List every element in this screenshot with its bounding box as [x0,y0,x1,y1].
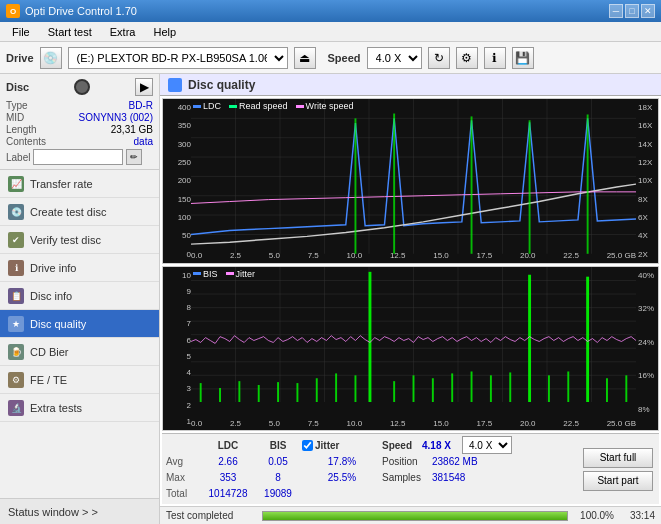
test-status: Test completed [166,510,256,521]
legend-read-speed: Read speed [239,101,288,111]
progress-area: Test completed 100.0% 33:14 [160,506,661,524]
legend-ldc: LDC [203,101,221,111]
extra-tests-label: Extra tests [30,402,82,414]
length-val: 23,31 GB [111,124,153,135]
sidebar-item-disc-info[interactable]: 📋 Disc info [0,282,159,310]
menu-extra[interactable]: Extra [102,24,144,40]
drive-icon-btn[interactable]: 💿 [40,47,62,69]
position-label: Position [382,456,432,467]
progress-bar-bg [262,511,568,521]
sidebar-item-verify-test[interactable]: ✔ Verify test disc [0,226,159,254]
sidebar-item-cd-bier[interactable]: 🍺 CD Bier [0,338,159,366]
sidebar-item-drive-info[interactable]: ℹ Drive info [0,254,159,282]
menu-file[interactable]: File [4,24,38,40]
sidebar: Disc ▶ Type BD-R MID SONYNN3 (002) Lengt… [0,74,160,524]
speed-header: Speed [382,440,422,451]
sidebar-item-extra-tests[interactable]: 🔬 Extra tests [0,394,159,422]
disc-quality-label: Disc quality [30,318,86,330]
dq-title: Disc quality [188,78,255,92]
disc-info-label: Disc info [30,290,72,302]
samples-val: 381548 [432,472,465,483]
chart1-legend: LDC Read speed Write speed [193,101,353,111]
dq-icon [168,78,182,92]
settings-button[interactable]: ⚙ [456,47,478,69]
max-ldc: 353 [202,472,254,483]
sidebar-item-create-test[interactable]: 💿 Create test disc [0,198,159,226]
maximize-button[interactable]: □ [625,4,639,18]
contents-val: data [134,136,153,147]
chart1-y-left: 400 350 300 250 200 150 100 50 0 [163,99,191,263]
speed-sel[interactable]: 4.0 X [462,436,512,454]
avg-bis: 0.05 [254,456,302,467]
close-button[interactable]: ✕ [641,4,655,18]
disc-quality-header: Disc quality [160,74,661,96]
create-test-label: Create test disc [30,206,106,218]
sidebar-item-disc-quality[interactable]: ★ Disc quality [0,310,159,338]
disc-info-table: Type BD-R MID SONYNN3 (002) Length 23,31… [6,100,153,165]
titlebar: O Opti Drive Control 1.70 ─ □ ✕ [0,0,661,22]
menu-start-test[interactable]: Start test [40,24,100,40]
disc-icon [74,79,90,95]
disc-panel: Disc ▶ Type BD-R MID SONYNN3 (002) Lengt… [0,74,159,170]
menu-help[interactable]: Help [145,24,184,40]
toolbar: Drive 💿 (E:) PLEXTOR BD-R PX-LB950SA 1.0… [0,42,661,74]
app-icon: O [6,4,20,18]
transfer-rate-icon: 📈 [8,176,24,192]
verify-test-label: Verify test disc [30,234,101,246]
create-test-icon: 💿 [8,204,24,220]
position-val: 23862 MB [432,456,478,467]
legend-bis: BIS [203,269,218,279]
chart2-y-left: 10 9 8 7 6 5 4 3 2 1 [163,267,191,431]
start-full-button[interactable]: Start full [583,448,653,468]
max-jitter: 25.5% [302,472,382,483]
chart2-container: BIS Jitter 10 9 8 7 6 5 4 3 [162,266,659,432]
charts-area: LDC Read speed Write speed 400 350 300 [160,96,661,506]
status-window-btn[interactable]: Status window > > [0,498,159,524]
mid-key: MID [6,112,24,123]
progress-bar-fill [263,512,567,520]
disc-action-btn[interactable]: ▶ [135,78,153,96]
chart1-x-axis: 0.0 2.5 5.0 7.5 10.0 12.5 15.0 17.5 20.0… [191,249,636,263]
max-bis: 8 [254,472,302,483]
bis-header: BIS [254,440,302,451]
chart2-legend: BIS Jitter [193,269,255,279]
progress-percent: 100.0% [574,510,614,521]
contents-key: Contents [6,136,46,147]
type-val: BD-R [129,100,153,111]
label-edit-btn[interactable]: ✏ [126,149,142,165]
chart1-y-right: 18X 16X 14X 12X 10X 8X 6X 4X 2X [636,99,658,263]
chart1-container: LDC Read speed Write speed 400 350 300 [162,98,659,264]
drive-select[interactable]: (E:) PLEXTOR BD-R PX-LB950SA 1.06 [68,47,288,69]
legend-jitter: Jitter [236,269,256,279]
jitter-checkbox[interactable] [302,440,313,451]
speed-val: 4.18 X [422,440,462,451]
label-input[interactable] [33,149,123,165]
app-title: Opti Drive Control 1.70 [25,5,137,17]
status-window-label: Status window > > [8,506,98,518]
avg-jitter: 17.8% [302,456,382,467]
progress-time: 33:14 [620,510,655,521]
disc-info-icon: 📋 [8,288,24,304]
extra-tests-icon: 🔬 [8,400,24,416]
info-button[interactable]: ℹ [484,47,506,69]
samples-label: Samples [382,472,432,483]
length-key: Length [6,124,37,135]
sidebar-item-transfer-rate[interactable]: 📈 Transfer rate [0,170,159,198]
refresh-button[interactable]: ↻ [428,47,450,69]
sidebar-item-fe-te[interactable]: ⚙ FE / TE [0,366,159,394]
content-area: Disc quality LDC Read speed Wri [160,74,661,524]
start-part-button[interactable]: Start part [583,471,653,491]
minimize-button[interactable]: ─ [609,4,623,18]
drive-info-label: Drive info [30,262,76,274]
ldc-header: LDC [202,440,254,451]
speed-select[interactable]: 4.0 X [367,47,422,69]
cd-bier-label: CD Bier [30,346,69,358]
eject-button[interactable]: ⏏ [294,47,316,69]
disc-quality-icon: ★ [8,316,24,332]
speed-label: Speed [328,52,361,64]
menubar: File Start test Extra Help [0,22,661,42]
chart2-svg [191,267,636,402]
chart1-svg [191,99,636,254]
save-button[interactable]: 💾 [512,47,534,69]
disc-section-title: Disc [6,81,29,93]
